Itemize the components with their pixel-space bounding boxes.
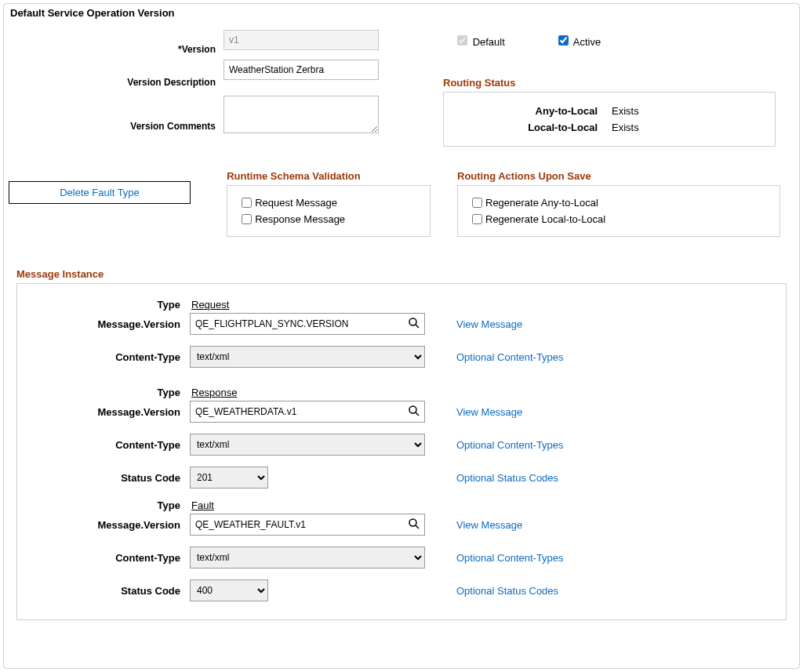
optional-content-types-link[interactable]: Optional Content-Types <box>449 552 564 564</box>
runtime-schema-header: Runtime Schema Validation <box>227 170 434 182</box>
message-version-label: Message.Version <box>25 519 190 531</box>
routing-actions-header: Routing Actions Upon Save <box>457 170 780 182</box>
status-code-label: Status Code <box>25 585 190 597</box>
view-message-link[interactable]: View Message <box>449 519 522 531</box>
optional-content-types-link[interactable]: Optional Content-Types <box>449 351 564 363</box>
response-message-version-input[interactable] <box>190 401 425 423</box>
request-content-type-select[interactable]: text/xml <box>190 346 425 368</box>
version-description-input[interactable] <box>223 60 379 80</box>
regenerate-any-label: Regenerate Any-to-Local <box>485 197 598 209</box>
view-message-link[interactable]: View Message <box>449 318 522 330</box>
fault-type-value: Fault <box>190 499 214 511</box>
response-content-type-select[interactable]: text/xml <box>190 434 425 456</box>
response-message-checkbox[interactable] <box>242 214 252 224</box>
svg-point-0 <box>409 318 416 325</box>
routing-status-header: Routing Status <box>443 77 799 89</box>
optional-status-codes-link[interactable]: Optional Status Codes <box>449 585 558 597</box>
fault-content-type-select[interactable]: text/xml <box>190 547 425 568</box>
routing-local-value: Exists <box>612 122 639 133</box>
request-message-version-input[interactable] <box>190 313 425 335</box>
request-message-checkbox[interactable] <box>242 198 252 208</box>
fault-message-version-input[interactable] <box>190 514 425 536</box>
response-status-code-select[interactable]: 201 <box>190 467 268 489</box>
version-input <box>223 30 379 50</box>
default-label: Default <box>473 36 505 48</box>
svg-line-1 <box>416 325 419 328</box>
content-type-label: Content-Type <box>25 439 190 451</box>
content-type-label: Content-Type <box>25 552 190 564</box>
page-title: Default Service Operation Version <box>4 4 799 22</box>
message-version-label: Message.Version <box>25 406 190 418</box>
regenerate-any-checkbox[interactable] <box>472 198 482 208</box>
routing-local-label: Local-to-Local <box>455 122 612 133</box>
svg-line-5 <box>416 525 419 529</box>
search-icon[interactable] <box>408 518 420 530</box>
active-checkbox[interactable] <box>558 35 569 45</box>
svg-point-2 <box>409 406 416 413</box>
version-comments-label: Version Comments <box>4 96 223 132</box>
active-label: Active <box>573 36 601 48</box>
regenerate-local-label: Regenerate Local-to-Local <box>485 213 605 225</box>
regenerate-local-checkbox[interactable] <box>472 214 482 224</box>
version-description-label: Version Description <box>4 60 223 88</box>
version-comments-textarea[interactable] <box>223 96 379 133</box>
request-message-label: Request Message <box>255 197 337 209</box>
request-type-value: Request <box>190 299 229 311</box>
status-code-label: Status Code <box>25 472 190 484</box>
response-message-label: Response Message <box>255 213 345 225</box>
fault-status-code-select[interactable]: 400 <box>190 579 268 601</box>
message-instance-header: Message Instance <box>16 268 787 280</box>
svg-point-4 <box>409 519 416 526</box>
content-type-label: Content-Type <box>25 351 190 363</box>
view-message-link[interactable]: View Message <box>449 406 522 418</box>
version-label: *Version <box>4 30 223 55</box>
type-label: Type <box>25 387 190 398</box>
delete-fault-type-button[interactable]: Delete Fault Type <box>9 181 191 204</box>
optional-status-codes-link[interactable]: Optional Status Codes <box>449 472 558 484</box>
search-icon[interactable] <box>408 405 420 417</box>
routing-any-value: Exists <box>612 105 639 117</box>
default-checkbox <box>457 35 467 45</box>
type-label: Type <box>25 299 190 311</box>
optional-content-types-link[interactable]: Optional Content-Types <box>449 439 564 451</box>
response-type-value: Response <box>190 387 238 398</box>
routing-any-label: Any-to-Local <box>455 105 612 117</box>
message-version-label: Message.Version <box>25 318 190 330</box>
svg-line-3 <box>416 412 419 416</box>
type-label: Type <box>25 499 190 511</box>
search-icon[interactable] <box>408 317 420 329</box>
